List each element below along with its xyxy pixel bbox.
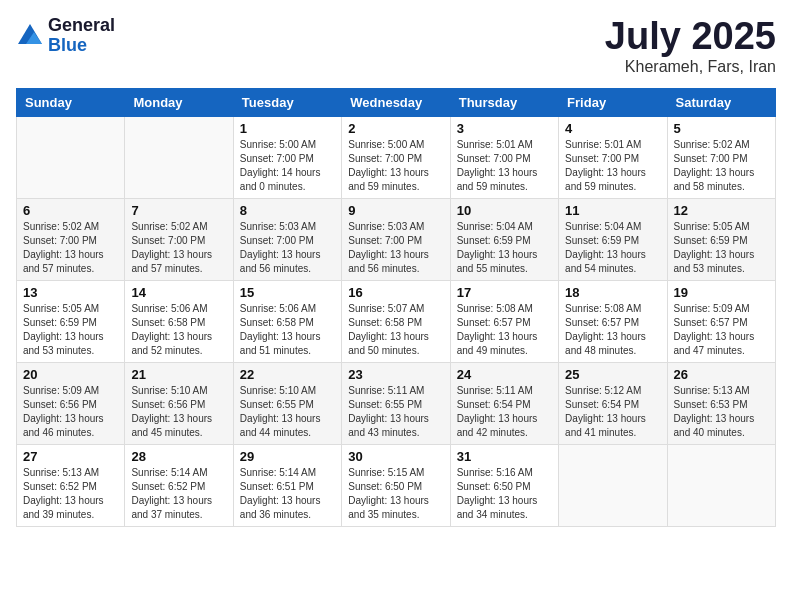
calendar-cell: 27Sunrise: 5:13 AM Sunset: 6:52 PM Dayli…	[17, 444, 125, 526]
day-info: Sunrise: 5:03 AM Sunset: 7:00 PM Dayligh…	[348, 220, 443, 276]
day-info: Sunrise: 5:11 AM Sunset: 6:54 PM Dayligh…	[457, 384, 552, 440]
day-info: Sunrise: 5:16 AM Sunset: 6:50 PM Dayligh…	[457, 466, 552, 522]
calendar-cell: 13Sunrise: 5:05 AM Sunset: 6:59 PM Dayli…	[17, 280, 125, 362]
title-section: July 2025 Kherameh, Fars, Iran	[605, 16, 776, 76]
calendar-cell: 22Sunrise: 5:10 AM Sunset: 6:55 PM Dayli…	[233, 362, 341, 444]
day-number: 22	[240, 367, 335, 382]
day-info: Sunrise: 5:05 AM Sunset: 6:59 PM Dayligh…	[674, 220, 769, 276]
weekday-header-wednesday: Wednesday	[342, 88, 450, 116]
day-number: 13	[23, 285, 118, 300]
calendar-cell: 17Sunrise: 5:08 AM Sunset: 6:57 PM Dayli…	[450, 280, 558, 362]
calendar-header: SundayMondayTuesdayWednesdayThursdayFrid…	[17, 88, 776, 116]
calendar-row: 27Sunrise: 5:13 AM Sunset: 6:52 PM Dayli…	[17, 444, 776, 526]
day-info: Sunrise: 5:01 AM Sunset: 7:00 PM Dayligh…	[565, 138, 660, 194]
calendar-cell: 7Sunrise: 5:02 AM Sunset: 7:00 PM Daylig…	[125, 198, 233, 280]
calendar-cell: 15Sunrise: 5:06 AM Sunset: 6:58 PM Dayli…	[233, 280, 341, 362]
calendar-table: SundayMondayTuesdayWednesdayThursdayFrid…	[16, 88, 776, 527]
day-number: 7	[131, 203, 226, 218]
weekday-header-sunday: Sunday	[17, 88, 125, 116]
day-number: 21	[131, 367, 226, 382]
calendar-cell: 19Sunrise: 5:09 AM Sunset: 6:57 PM Dayli…	[667, 280, 775, 362]
calendar-cell: 18Sunrise: 5:08 AM Sunset: 6:57 PM Dayli…	[559, 280, 667, 362]
calendar-cell: 23Sunrise: 5:11 AM Sunset: 6:55 PM Dayli…	[342, 362, 450, 444]
day-number: 28	[131, 449, 226, 464]
day-number: 8	[240, 203, 335, 218]
calendar-cell: 6Sunrise: 5:02 AM Sunset: 7:00 PM Daylig…	[17, 198, 125, 280]
calendar-row: 20Sunrise: 5:09 AM Sunset: 6:56 PM Dayli…	[17, 362, 776, 444]
day-info: Sunrise: 5:01 AM Sunset: 7:00 PM Dayligh…	[457, 138, 552, 194]
calendar-cell	[667, 444, 775, 526]
day-info: Sunrise: 5:02 AM Sunset: 7:00 PM Dayligh…	[131, 220, 226, 276]
logo-general: General	[48, 16, 115, 36]
calendar-cell: 29Sunrise: 5:14 AM Sunset: 6:51 PM Dayli…	[233, 444, 341, 526]
calendar-cell: 8Sunrise: 5:03 AM Sunset: 7:00 PM Daylig…	[233, 198, 341, 280]
day-number: 30	[348, 449, 443, 464]
day-number: 27	[23, 449, 118, 464]
calendar-cell: 30Sunrise: 5:15 AM Sunset: 6:50 PM Dayli…	[342, 444, 450, 526]
day-number: 11	[565, 203, 660, 218]
calendar-cell: 4Sunrise: 5:01 AM Sunset: 7:00 PM Daylig…	[559, 116, 667, 198]
day-number: 14	[131, 285, 226, 300]
day-info: Sunrise: 5:06 AM Sunset: 6:58 PM Dayligh…	[240, 302, 335, 358]
logo-text: General Blue	[48, 16, 115, 56]
day-number: 31	[457, 449, 552, 464]
day-number: 10	[457, 203, 552, 218]
day-number: 9	[348, 203, 443, 218]
day-info: Sunrise: 5:13 AM Sunset: 6:53 PM Dayligh…	[674, 384, 769, 440]
subtitle: Kherameh, Fars, Iran	[605, 58, 776, 76]
calendar-cell: 1Sunrise: 5:00 AM Sunset: 7:00 PM Daylig…	[233, 116, 341, 198]
calendar-cell: 20Sunrise: 5:09 AM Sunset: 6:56 PM Dayli…	[17, 362, 125, 444]
day-info: Sunrise: 5:10 AM Sunset: 6:56 PM Dayligh…	[131, 384, 226, 440]
calendar-cell: 24Sunrise: 5:11 AM Sunset: 6:54 PM Dayli…	[450, 362, 558, 444]
calendar-cell: 12Sunrise: 5:05 AM Sunset: 6:59 PM Dayli…	[667, 198, 775, 280]
calendar-cell: 25Sunrise: 5:12 AM Sunset: 6:54 PM Dayli…	[559, 362, 667, 444]
day-info: Sunrise: 5:12 AM Sunset: 6:54 PM Dayligh…	[565, 384, 660, 440]
calendar-cell: 3Sunrise: 5:01 AM Sunset: 7:00 PM Daylig…	[450, 116, 558, 198]
day-number: 4	[565, 121, 660, 136]
day-number: 29	[240, 449, 335, 464]
day-info: Sunrise: 5:15 AM Sunset: 6:50 PM Dayligh…	[348, 466, 443, 522]
day-number: 17	[457, 285, 552, 300]
day-info: Sunrise: 5:09 AM Sunset: 6:57 PM Dayligh…	[674, 302, 769, 358]
calendar-cell: 31Sunrise: 5:16 AM Sunset: 6:50 PM Dayli…	[450, 444, 558, 526]
day-info: Sunrise: 5:13 AM Sunset: 6:52 PM Dayligh…	[23, 466, 118, 522]
weekday-header-thursday: Thursday	[450, 88, 558, 116]
day-number: 23	[348, 367, 443, 382]
day-info: Sunrise: 5:10 AM Sunset: 6:55 PM Dayligh…	[240, 384, 335, 440]
day-info: Sunrise: 5:08 AM Sunset: 6:57 PM Dayligh…	[565, 302, 660, 358]
calendar-body: 1Sunrise: 5:00 AM Sunset: 7:00 PM Daylig…	[17, 116, 776, 526]
calendar-cell	[559, 444, 667, 526]
weekday-header-monday: Monday	[125, 88, 233, 116]
calendar-cell: 26Sunrise: 5:13 AM Sunset: 6:53 PM Dayli…	[667, 362, 775, 444]
day-number: 3	[457, 121, 552, 136]
day-info: Sunrise: 5:02 AM Sunset: 7:00 PM Dayligh…	[674, 138, 769, 194]
day-number: 24	[457, 367, 552, 382]
logo: General Blue	[16, 16, 115, 56]
day-info: Sunrise: 5:07 AM Sunset: 6:58 PM Dayligh…	[348, 302, 443, 358]
weekday-header-row: SundayMondayTuesdayWednesdayThursdayFrid…	[17, 88, 776, 116]
day-number: 12	[674, 203, 769, 218]
calendar-cell: 16Sunrise: 5:07 AM Sunset: 6:58 PM Dayli…	[342, 280, 450, 362]
day-number: 1	[240, 121, 335, 136]
day-number: 15	[240, 285, 335, 300]
day-info: Sunrise: 5:00 AM Sunset: 7:00 PM Dayligh…	[348, 138, 443, 194]
day-info: Sunrise: 5:00 AM Sunset: 7:00 PM Dayligh…	[240, 138, 335, 194]
day-info: Sunrise: 5:09 AM Sunset: 6:56 PM Dayligh…	[23, 384, 118, 440]
calendar-row: 13Sunrise: 5:05 AM Sunset: 6:59 PM Dayli…	[17, 280, 776, 362]
day-info: Sunrise: 5:14 AM Sunset: 6:52 PM Dayligh…	[131, 466, 226, 522]
calendar-cell: 11Sunrise: 5:04 AM Sunset: 6:59 PM Dayli…	[559, 198, 667, 280]
day-info: Sunrise: 5:03 AM Sunset: 7:00 PM Dayligh…	[240, 220, 335, 276]
logo-blue: Blue	[48, 36, 115, 56]
day-info: Sunrise: 5:02 AM Sunset: 7:00 PM Dayligh…	[23, 220, 118, 276]
weekday-header-tuesday: Tuesday	[233, 88, 341, 116]
day-number: 18	[565, 285, 660, 300]
day-info: Sunrise: 5:05 AM Sunset: 6:59 PM Dayligh…	[23, 302, 118, 358]
calendar-cell: 2Sunrise: 5:00 AM Sunset: 7:00 PM Daylig…	[342, 116, 450, 198]
day-info: Sunrise: 5:06 AM Sunset: 6:58 PM Dayligh…	[131, 302, 226, 358]
calendar-cell: 14Sunrise: 5:06 AM Sunset: 6:58 PM Dayli…	[125, 280, 233, 362]
calendar-cell: 21Sunrise: 5:10 AM Sunset: 6:56 PM Dayli…	[125, 362, 233, 444]
day-info: Sunrise: 5:14 AM Sunset: 6:51 PM Dayligh…	[240, 466, 335, 522]
calendar-cell: 10Sunrise: 5:04 AM Sunset: 6:59 PM Dayli…	[450, 198, 558, 280]
day-number: 25	[565, 367, 660, 382]
logo-icon	[16, 22, 44, 50]
